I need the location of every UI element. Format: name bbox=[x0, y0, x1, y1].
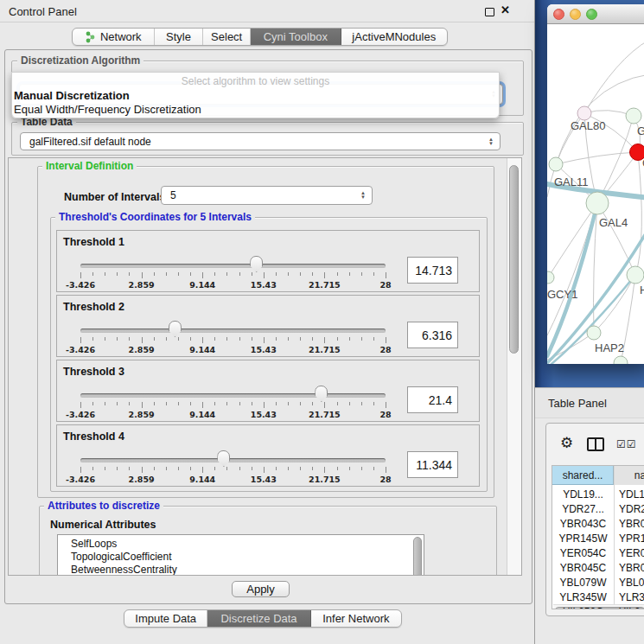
tick-label: -3.426 bbox=[66, 280, 95, 290]
table-cell[interactable]: YLR3 bbox=[619, 591, 644, 603]
column-header-1[interactable]: shared... bbox=[552, 466, 614, 485]
threshold-value-field[interactable]: 21.4 bbox=[407, 386, 458, 413]
number-of-intervals-combobox[interactable]: 5 ▲▼ bbox=[161, 186, 373, 205]
minor-tick bbox=[178, 272, 179, 276]
threshold-panel-3: Threshold 3-3.4262.8599.14415.4321.71528… bbox=[56, 360, 480, 422]
node-label: GAL4 bbox=[599, 216, 628, 229]
list-scrollbar[interactable] bbox=[413, 537, 422, 575]
table-cell[interactable]: YBL0 bbox=[619, 577, 644, 589]
minor-tick bbox=[361, 467, 362, 470]
minor-tick bbox=[373, 467, 374, 470]
minor-tick bbox=[166, 337, 167, 341]
network-window-titlebar[interactable] bbox=[547, 4, 644, 24]
zoom-light[interactable] bbox=[586, 9, 597, 20]
major-tick bbox=[142, 402, 143, 408]
minor-tick bbox=[166, 467, 167, 470]
threshold-value-field[interactable]: 11.344 bbox=[407, 451, 458, 478]
tab-discretize-data[interactable]: Discretize Data bbox=[207, 610, 310, 627]
slider-track[interactable] bbox=[80, 458, 386, 462]
slider-thumb[interactable] bbox=[169, 321, 182, 337]
network-node[interactable] bbox=[626, 108, 641, 124]
close-icon[interactable]: ✕ bbox=[501, 3, 510, 16]
minor-tick bbox=[349, 402, 350, 405]
table-cell[interactable]: YER0 bbox=[619, 547, 644, 559]
minor-tick bbox=[239, 337, 240, 341]
network-view-window[interactable]: GAL80GACGAL11GAL4GCY1HHAP2 bbox=[547, 4, 644, 364]
threshold-value-field[interactable]: 14.713 bbox=[407, 257, 458, 284]
threshold-panel-1: Threshold 1-3.4262.8599.14415.4321.71528… bbox=[56, 230, 480, 292]
table-data-combobox[interactable]: galFiltered.sif default node ▲▼ bbox=[20, 132, 501, 150]
network-node[interactable] bbox=[614, 356, 628, 364]
tab-label: Impute Data bbox=[135, 612, 196, 625]
table-cell[interactable]: YDL19... bbox=[552, 488, 614, 501]
table-cell[interactable]: YIL052C bbox=[552, 606, 614, 609]
popup-item-2[interactable]: Equal Width/Frequency Discretization bbox=[14, 103, 201, 116]
slider-thumb[interactable] bbox=[315, 386, 328, 402]
network-canvas[interactable]: GAL80GACGAL11GAL4GCY1HHAP2 bbox=[547, 24, 644, 364]
table-cell[interactable]: YBR0 bbox=[619, 518, 644, 530]
tab-impute-data[interactable]: Impute Data bbox=[124, 610, 207, 627]
minor-tick bbox=[288, 402, 289, 405]
minor-tick bbox=[361, 272, 362, 276]
gear-icon[interactable]: ⚙ bbox=[560, 434, 573, 452]
column-layout-icon[interactable] bbox=[587, 437, 604, 451]
attribute-item[interactable]: BetweennessCentrality bbox=[71, 564, 177, 575]
table-cell[interactable]: YBR045C bbox=[552, 562, 614, 574]
threshold-value-field[interactable]: 6.316 bbox=[407, 322, 458, 348]
table-cell[interactable]: YER054C bbox=[552, 547, 614, 559]
tick-label: 15.43 bbox=[251, 410, 277, 419]
major-tick bbox=[264, 337, 265, 343]
minor-tick bbox=[300, 337, 301, 341]
minor-tick bbox=[226, 402, 227, 405]
attribute-item[interactable]: TopologicalCoefficient bbox=[71, 551, 172, 563]
minor-tick bbox=[300, 402, 301, 405]
float-window-icon[interactable] bbox=[485, 8, 494, 16]
tab-network[interactable]: Network bbox=[73, 29, 155, 45]
popup-item-1[interactable]: Manual Discretization bbox=[14, 89, 130, 102]
network-node[interactable] bbox=[586, 192, 609, 214]
network-node[interactable] bbox=[627, 266, 644, 284]
numerical-attributes-list[interactable]: SelfLoopsTopologicalCoefficientBetweenne… bbox=[57, 534, 424, 575]
table-cell[interactable]: YPR1 bbox=[619, 532, 644, 545]
table-cell[interactable]: YIL0 bbox=[619, 606, 641, 609]
major-tick bbox=[142, 337, 143, 343]
vertical-scrollbar[interactable] bbox=[507, 158, 521, 575]
apply-button[interactable]: Apply bbox=[232, 581, 290, 597]
network-node[interactable] bbox=[587, 326, 601, 340]
close-light[interactable] bbox=[553, 9, 564, 20]
threshold-label: Threshold 3 bbox=[63, 366, 124, 378]
tab-infer-network[interactable]: Infer Network bbox=[311, 610, 401, 627]
minor-tick bbox=[373, 272, 374, 276]
minor-tick bbox=[166, 272, 167, 276]
tab-label: Discretize Data bbox=[220, 612, 296, 625]
slider-track[interactable] bbox=[80, 264, 386, 268]
slider-thumb[interactable] bbox=[217, 450, 230, 467]
tick-label: 21.715 bbox=[309, 410, 341, 419]
network-node[interactable] bbox=[549, 157, 563, 171]
attribute-item[interactable]: SelfLoops bbox=[71, 538, 117, 550]
vertical-scrollbar-thumb[interactable] bbox=[509, 165, 519, 354]
tab-jactivemnodules[interactable]: jActiveMNodules bbox=[341, 29, 447, 45]
tab-select[interactable]: Select bbox=[203, 29, 251, 45]
slider-thumb[interactable] bbox=[250, 256, 263, 272]
tab-style[interactable]: Style bbox=[155, 29, 204, 45]
threshold-label: Threshold 4 bbox=[63, 430, 124, 443]
network-node[interactable] bbox=[577, 106, 591, 120]
minimize-light[interactable] bbox=[570, 9, 581, 20]
table-cell[interactable]: YDL1 bbox=[619, 488, 644, 501]
table-cell[interactable]: YBR043C bbox=[552, 518, 614, 530]
table-cell[interactable]: YPR145W bbox=[552, 532, 614, 545]
checkbox-icons[interactable]: ☑☑ bbox=[616, 438, 637, 450]
network-node[interactable] bbox=[547, 271, 554, 284]
node-table[interactable]: shared...naYDL19...YDL1YDR27...YDR2YBR04… bbox=[552, 465, 644, 609]
tab-label: jActiveMNodules bbox=[352, 30, 436, 43]
table-cell[interactable]: YLR345W bbox=[552, 591, 614, 603]
tab-cyni-toolbox[interactable]: Cyni Toolbox bbox=[251, 29, 341, 45]
slider-track[interactable] bbox=[80, 393, 386, 398]
column-header-2[interactable]: na bbox=[615, 466, 644, 485]
slider-track[interactable] bbox=[80, 328, 386, 333]
table-cell[interactable]: YDR27... bbox=[552, 503, 614, 515]
table-cell[interactable]: YBR0 bbox=[619, 562, 644, 574]
table-cell[interactable]: YBL079W bbox=[552, 577, 614, 589]
table-cell[interactable]: YDR2 bbox=[619, 503, 644, 515]
